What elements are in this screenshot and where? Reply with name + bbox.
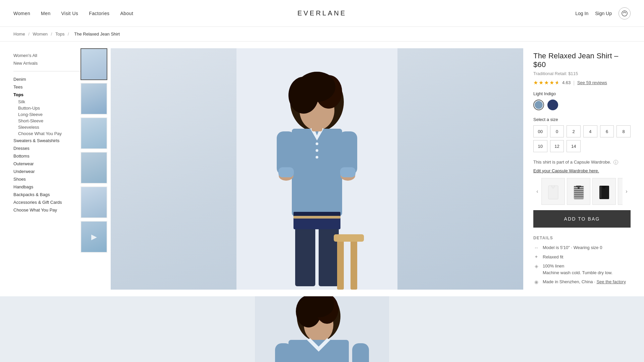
size-12[interactable]: 12	[550, 140, 564, 152]
color-swatch-dark-indigo[interactable]	[547, 100, 558, 110]
sidebar-item-accessories[interactable]: Accessories & Gift Cards	[13, 198, 80, 206]
capsule-item-3[interactable]	[592, 178, 616, 205]
size-00[interactable]: 00	[533, 125, 547, 137]
thumbnail-1[interactable]	[80, 48, 107, 80]
sign-up-link[interactable]: Sign Up	[595, 11, 612, 16]
size-4[interactable]: 4	[583, 125, 597, 137]
log-in-link[interactable]: Log In	[575, 11, 588, 16]
thumbnail-2[interactable]	[80, 83, 107, 115]
detail-fabric-text: 100% linenMachine wash cold. Tumble dry …	[543, 263, 612, 276]
sidebar-item-bottoms[interactable]: Bottoms	[13, 152, 80, 160]
breadcrumb-home[interactable]: Home	[13, 32, 25, 37]
rating-number: 4.63	[562, 80, 571, 85]
sidebar-item-denim[interactable]: Denim	[13, 75, 80, 83]
thumbnail-5[interactable]	[80, 186, 107, 218]
svg-rect-25	[278, 167, 294, 177]
bag-button[interactable]	[619, 7, 631, 19]
product-retail: Traditional Retail: $115	[533, 71, 631, 76]
main-nav: Women Men Visit Us Factories About	[13, 11, 133, 16]
nav-men[interactable]: Men	[41, 11, 51, 16]
rating-sep: |	[573, 80, 575, 85]
size-10[interactable]: 10	[533, 140, 547, 152]
nav-factories[interactable]: Factories	[89, 11, 109, 16]
sidebar-sub-sleeveless[interactable]: Sleeveless	[13, 124, 80, 130]
color-swatch-light-indigo[interactable]	[533, 100, 544, 110]
thumbnail-6[interactable]: ▶	[80, 221, 107, 253]
sidebar-item-dresses[interactable]: Dresses	[13, 144, 80, 152]
size-14[interactable]: 14	[567, 140, 581, 152]
sidebar-item-shoes[interactable]: Shoes	[13, 175, 80, 183]
sidebar-sub-long-sleeve[interactable]: Long-Sleeve	[13, 111, 80, 118]
star-rating: ★ ★ ★ ★ ★★	[533, 79, 559, 86]
sidebar-sub-button-ups[interactable]: Button-Ups	[13, 105, 80, 111]
sidebar-item-sweaters[interactable]: Sweaters & Sweatshirts	[13, 137, 80, 144]
nav-women[interactable]: Women	[13, 11, 30, 16]
nav-visit-us[interactable]: Visit Us	[61, 11, 78, 16]
svg-rect-24	[312, 125, 322, 131]
detail-fabric: ◈ 100% linenMachine wash cold. Tumble dr…	[533, 263, 631, 276]
sidebar-sub-short-sleeve[interactable]: Short-Sleeve	[13, 118, 80, 124]
size-0[interactable]: 0	[550, 125, 564, 137]
size-6[interactable]: 6	[600, 125, 614, 137]
sidebar-item-choose-what-you-pay[interactable]: Choose What You Pay	[13, 206, 80, 214]
capsule-info-icon[interactable]: i	[613, 160, 618, 165]
capsule-wardrobe-link[interactable]: Edit your Capsule Wardrobe here.	[533, 168, 599, 173]
svg-rect-21	[337, 236, 344, 290]
header: Women Men Visit Us Factories About EVERL…	[0, 0, 644, 27]
sidebar-item-outerwear[interactable]: Outerwear	[13, 160, 80, 168]
size-2[interactable]: 2	[567, 125, 581, 137]
svg-rect-47	[275, 343, 292, 362]
svg-point-10	[316, 149, 318, 152]
star-1: ★	[533, 79, 538, 86]
review-link[interactable]: See 59 reviews	[577, 80, 607, 85]
color-options	[533, 100, 631, 110]
breadcrumb-sep-3: /	[68, 32, 70, 37]
sidebar-item-handbags[interactable]: Handbags	[13, 183, 80, 191]
svg-rect-26	[340, 167, 356, 177]
svg-rect-23	[334, 234, 364, 242]
star-2: ★	[539, 79, 543, 86]
sidebar-sub-choose-what-you-pay-tops[interactable]: Choose What You Pay	[13, 130, 80, 137]
breadcrumb-tops[interactable]: Tops	[55, 32, 64, 37]
second-product-image	[0, 296, 644, 362]
product-title: The Relaxed Jean Shirt – $60	[533, 52, 631, 69]
detail-model: ↔ Model is 5'10" · Wearing size 0	[533, 244, 631, 251]
add-to-bag-button[interactable]: ADD TO BAG	[533, 210, 631, 228]
thumbnail-3[interactable]	[80, 117, 107, 149]
sidebar-divider-1	[13, 71, 80, 71]
details-section: DETAILS ↔ Model is 5'10" · Wearing size …	[533, 236, 631, 285]
capsule-next-arrow[interactable]: ›	[623, 187, 631, 195]
breadcrumb-women[interactable]: Women	[33, 32, 48, 37]
sidebar-womens-all[interactable]: Women's All	[13, 52, 80, 59]
size-8[interactable]: 8	[616, 125, 631, 137]
factory-link[interactable]: See the factory	[596, 279, 626, 284]
sidebar-item-tees[interactable]: Tees	[13, 83, 80, 91]
retail-price: $115	[568, 71, 578, 76]
header-right: Log In Sign Up	[575, 7, 631, 19]
sidebar-top-section: Women's All New Arrivals	[13, 52, 80, 67]
svg-rect-35	[600, 186, 601, 198]
play-icon: ▶	[91, 233, 97, 241]
breadcrumb-sep-2: /	[51, 32, 53, 37]
breadcrumb-sep-1: /	[28, 32, 31, 37]
fit-icon: ✦	[533, 254, 539, 260]
nav-about[interactable]: About	[120, 11, 133, 16]
sidebar-item-tops-group: Tops Silk Button-Ups Long-Sleeve Short-S…	[13, 91, 80, 137]
capsule-item-2[interactable]	[567, 178, 590, 205]
site-logo: EVERLANE	[298, 9, 347, 17]
sidebar-new-arrivals[interactable]: New Arrivals	[13, 59, 80, 67]
sidebar-categories: Denim Tees Tops Silk Button-Ups Long-Sle…	[13, 75, 80, 214]
product-detail: The Relaxed Jean Shirt – $60 Traditional…	[523, 48, 631, 290]
capsule-prev-arrow[interactable]: ‹	[533, 187, 541, 195]
sidebar-item-tops[interactable]: Tops	[13, 91, 80, 99]
detail-factory-text: Made in Shenzhen, China · See the factor…	[543, 279, 626, 285]
sidebar-item-backpacks[interactable]: Backpacks & Bags	[13, 191, 80, 198]
svg-rect-22	[351, 236, 357, 290]
thumbnail-4[interactable]	[80, 152, 107, 184]
sidebar-sub-silk[interactable]: Silk	[13, 99, 80, 105]
sidebar-item-underwear[interactable]: Underwear	[13, 168, 80, 175]
svg-rect-7	[292, 129, 342, 216]
size-grid: 00 0 2 4 6 8 10 12 14	[533, 125, 631, 152]
capsule-item-1[interactable]	[541, 178, 565, 205]
capsule-item-4[interactable]	[618, 178, 623, 205]
